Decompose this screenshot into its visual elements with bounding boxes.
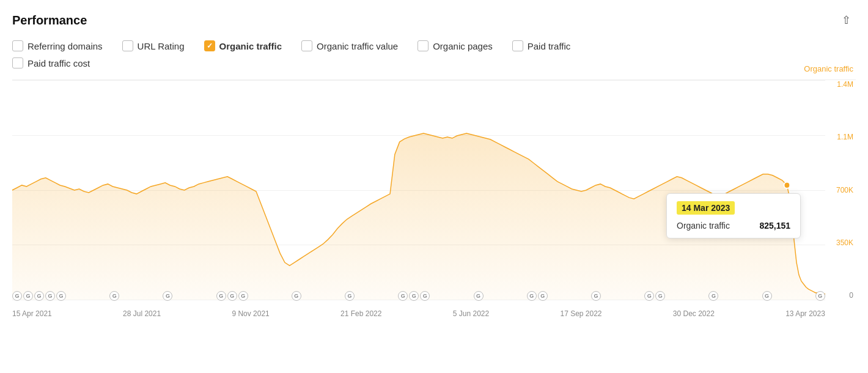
checkbox-label-organic-pages: Organic pages xyxy=(433,41,493,51)
checkbox-label-paid-traffic: Paid traffic xyxy=(528,41,571,51)
checkbox-box-paid-traffic-cost xyxy=(12,57,23,68)
checkboxes-row2: Paid traffic cost xyxy=(12,57,856,71)
checkbox-label-paid-traffic-cost: Paid traffic cost xyxy=(28,58,90,68)
checkbox-label-organic-traffic: Organic traffic xyxy=(219,41,282,51)
performance-panel: Performance ⇧ Referring domains URL Rati… xyxy=(0,0,868,373)
checkbox-label-organic-traffic-value: Organic traffic value xyxy=(317,41,398,51)
x-label-8: 13 Apr 2023 xyxy=(785,309,825,318)
y-label-0: 0 xyxy=(836,291,856,300)
x-label-2: 28 Jul 2021 xyxy=(123,309,161,318)
checkbox-box-referring-domains xyxy=(12,40,23,51)
collapse-button[interactable]: ⇧ xyxy=(837,11,856,29)
checkbox-referring-domains[interactable]: Referring domains xyxy=(12,40,103,51)
checkbox-box-paid-traffic xyxy=(512,40,523,51)
chart-area: Organic traffic 1.4M xyxy=(12,79,856,318)
checkbox-label-referring-domains: Referring domains xyxy=(28,41,103,51)
checkbox-box-organic-traffic-value xyxy=(301,40,312,51)
tooltip-date: 14 Mar 2023 xyxy=(677,201,735,215)
checkboxes-row1: Referring domains URL Rating Organic tra… xyxy=(12,40,856,54)
x-label-5: 5 Jun 2022 xyxy=(453,309,489,318)
panel-header: Performance ⇧ xyxy=(12,11,856,29)
checkbox-paid-traffic-cost[interactable]: Paid traffic cost xyxy=(12,57,90,68)
tooltip-label: Organic traffic xyxy=(677,221,730,231)
y-label-1_1m: 1.1M xyxy=(836,133,856,141)
chart-tooltip: 14 Mar 2023 Organic traffic 825,151 xyxy=(666,193,801,238)
y-label-700k: 700K xyxy=(836,186,856,194)
y-axis-label: Organic traffic xyxy=(804,64,853,73)
checkbox-organic-traffic-value[interactable]: Organic traffic value xyxy=(301,40,398,51)
checkbox-organic-traffic[interactable]: Organic traffic xyxy=(204,40,282,51)
checkbox-label-url-rating: URL Rating xyxy=(138,41,185,51)
x-label-6: 17 Sep 2022 xyxy=(560,309,601,318)
checkbox-box-url-rating xyxy=(122,40,133,51)
y-label-1_4m: 1.4M xyxy=(836,80,856,89)
checkbox-box-organic-pages xyxy=(417,40,428,51)
checkbox-url-rating[interactable]: URL Rating xyxy=(122,40,185,51)
checkbox-box-organic-traffic xyxy=(204,40,215,51)
x-label-1: 15 Apr 2021 xyxy=(12,309,52,318)
y-axis-labels: 1.4M 1.1M 700K 350K 0 xyxy=(836,80,856,318)
y-label-350k: 350K xyxy=(836,238,856,247)
x-label-4: 21 Feb 2022 xyxy=(340,309,381,318)
x-label-7: 30 Dec 2022 xyxy=(673,309,715,318)
tooltip-data-row: Organic traffic 825,151 xyxy=(677,221,790,231)
checkbox-paid-traffic[interactable]: Paid traffic xyxy=(512,40,571,51)
x-label-3: 9 Nov 2021 xyxy=(232,309,269,318)
svg-point-0 xyxy=(784,182,790,188)
x-axis: 15 Apr 2021 28 Jul 2021 9 Nov 2021 21 Fe… xyxy=(12,306,825,318)
checkbox-organic-pages[interactable]: Organic pages xyxy=(417,40,493,51)
panel-title: Performance xyxy=(12,13,87,28)
chart-svg xyxy=(12,80,825,300)
tooltip-value: 825,151 xyxy=(759,221,790,231)
